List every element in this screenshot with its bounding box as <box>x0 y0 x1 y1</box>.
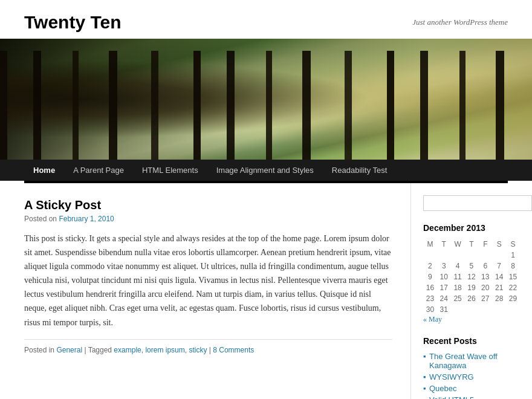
calendar-day: 30 <box>423 304 437 315</box>
post-footer: Posted in General | Tagged example, lore… <box>24 339 392 354</box>
calendar-day: 25 <box>451 293 465 304</box>
recent-post-item: The Great Wave off Kanagawa <box>423 352 520 370</box>
calendar-day: 8 <box>506 261 520 271</box>
cal-header-s1: S <box>492 239 506 250</box>
calendar-day <box>492 304 506 315</box>
primary-nav: Home A Parent Page HTML Elements Image A… <box>0 160 532 181</box>
recent-posts-title: Recent Posts <box>423 336 520 346</box>
site-title: Twenty Ten <box>24 12 122 33</box>
calendar-title: December 2013 <box>423 223 520 233</box>
nav-link-home[interactable]: Home <box>24 160 64 181</box>
recent-post-link[interactable]: WYSIWYRG <box>429 372 474 381</box>
calendar-day <box>492 250 506 261</box>
calendar-day <box>465 250 479 261</box>
calendar-day: 17 <box>437 282 451 293</box>
calendar-day <box>451 304 465 315</box>
search-input[interactable] <box>423 195 532 211</box>
recent-posts-widget: Recent Posts The Great Wave off Kanagawa… <box>423 336 520 399</box>
calendar-day: 26 <box>465 293 479 304</box>
post-title: A Sticky Post <box>24 198 392 212</box>
calendar-day: 28 <box>492 293 506 304</box>
calendar-day <box>478 304 492 315</box>
calendar-day <box>465 304 479 315</box>
cal-header-m: M <box>423 239 437 250</box>
content-area: A Sticky Post Posted on February 1, 2010… <box>0 183 411 399</box>
calendar-day: 31 <box>437 304 451 315</box>
recent-post-link[interactable]: The Great Wave off Kanagawa <box>429 352 498 370</box>
nav-link-html-elements[interactable]: HTML Elements <box>133 160 207 181</box>
recent-posts-list: The Great Wave off KanagawaWYSIWYRGQuebe… <box>423 352 520 399</box>
cal-header-w: W <box>451 239 465 250</box>
calendar-day: 18 <box>451 282 465 293</box>
calendar-day: 21 <box>492 282 506 293</box>
cal-header-t2: T <box>465 239 479 250</box>
post-article: A Sticky Post Posted on February 1, 2010… <box>24 198 392 354</box>
recent-post-item: Valid HTML5 <box>423 395 520 399</box>
recent-post-link[interactable]: Quebec <box>429 384 457 393</box>
calendar-day: 20 <box>478 282 492 293</box>
calendar-day: 24 <box>437 293 451 304</box>
calendar-day: 27 <box>478 293 492 304</box>
calendar-day <box>423 250 437 261</box>
calendar-day: 12 <box>465 271 479 282</box>
calendar-widget: December 2013 M T W T F S S <box>423 223 520 324</box>
post-date-link[interactable]: February 1, 2010 <box>59 215 114 223</box>
nav-link-readability[interactable]: Readability Test <box>323 160 397 181</box>
cal-header-f: F <box>478 239 492 250</box>
calendar-day: 5 <box>465 261 479 271</box>
recent-post-item: WYSIWYRG <box>423 372 520 381</box>
calendar-day <box>451 250 465 261</box>
calendar-day: 3 <box>437 261 451 271</box>
calendar-day: 9 <box>423 271 437 282</box>
hero-image <box>0 39 532 160</box>
calendar-table: M T W T F S S 12345678910111213141516171… <box>423 239 520 315</box>
calendar-day: 29 <box>506 293 520 304</box>
tag-link-lorem[interactable]: lorem ipsum <box>145 346 184 354</box>
calendar-day <box>478 250 492 261</box>
post-body: This post is sticky. It gets a special s… <box>24 232 392 329</box>
nav-link-parent-page[interactable]: A Parent Page <box>64 160 133 181</box>
nav-link-image-alignment[interactable]: Image Alignment and Styles <box>207 160 323 181</box>
nav-item-home[interactable]: Home <box>24 160 64 181</box>
calendar-day: 2 <box>423 261 437 271</box>
calendar-day: 22 <box>506 282 520 293</box>
nav-item-image-alignment[interactable]: Image Alignment and Styles <box>207 160 323 181</box>
recent-post-item: Quebec <box>423 384 520 393</box>
calendar-day <box>437 250 451 261</box>
calendar-day <box>506 304 520 315</box>
calendar-day: 13 <box>478 271 492 282</box>
calendar-day: 15 <box>506 271 520 282</box>
calendar-day: 23 <box>423 293 437 304</box>
post-meta: Posted on February 1, 2010 <box>24 215 392 223</box>
calendar-day: 11 <box>451 271 465 282</box>
calendar-day: 1 <box>506 250 520 261</box>
category-link[interactable]: General <box>56 346 82 354</box>
nav-item-parent-page[interactable]: A Parent Page <box>64 160 133 181</box>
recent-post-link[interactable]: Valid HTML5 <box>429 395 474 399</box>
calendar-prev-link[interactable]: « May <box>423 315 442 324</box>
comments-link[interactable]: 8 Comments <box>213 346 254 354</box>
nav-item-html-elements[interactable]: HTML Elements <box>133 160 207 181</box>
calendar-day: 7 <box>492 261 506 271</box>
cal-header-s2: S <box>506 239 520 250</box>
calendar-day: 16 <box>423 282 437 293</box>
site-header: Twenty Ten Just another WordPress theme <box>0 0 532 39</box>
tag-link-sticky[interactable]: sticky <box>189 346 207 354</box>
calendar-day: 6 <box>478 261 492 271</box>
search-widget: Search <box>423 195 520 211</box>
calendar-day: 4 <box>451 261 465 271</box>
site-tagline: Just another WordPress theme <box>412 18 508 27</box>
calendar-day: 14 <box>492 271 506 282</box>
calendar-day: 10 <box>437 271 451 282</box>
sidebar: Search December 2013 M T W T F S S <box>411 183 532 399</box>
calendar-day: 19 <box>465 282 479 293</box>
cal-header-t1: T <box>437 239 451 250</box>
calendar-nav: « May <box>423 315 520 324</box>
tag-link-example[interactable]: example <box>114 346 141 354</box>
main-content: A Sticky Post Posted on February 1, 2010… <box>0 183 532 399</box>
nav-item-readability[interactable]: Readability Test <box>323 160 397 181</box>
